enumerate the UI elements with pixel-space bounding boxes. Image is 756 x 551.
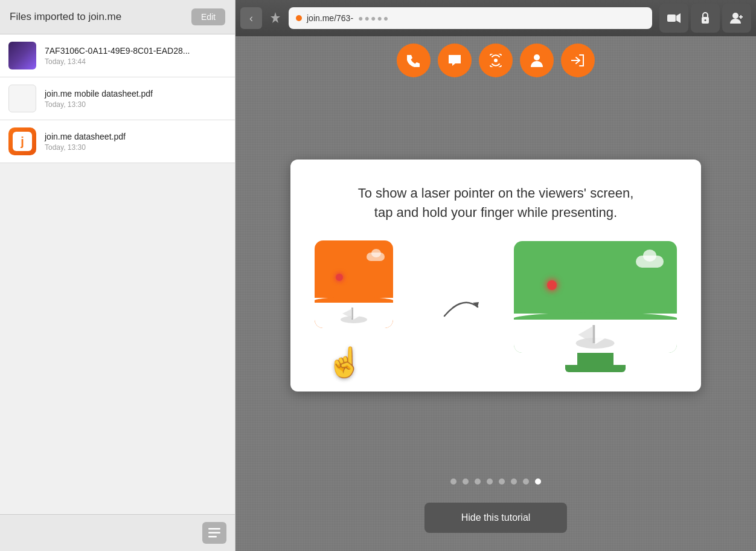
monitor-illustration	[514, 241, 677, 372]
phone-scene	[315, 240, 393, 328]
phone-wave	[315, 291, 393, 303]
left-footer	[0, 514, 235, 551]
monitor-frame	[514, 241, 677, 353]
file-info: 7AF3106C-0A11-49E9-8C01-EAD28... Today, …	[45, 46, 190, 66]
left-panel: Files imported to join.me Edit 7AF3106C-…	[0, 0, 235, 551]
file-date: Today, 13:30	[45, 143, 126, 152]
hand-pointer-icon: ☝	[327, 346, 363, 379]
main-content-area: To show a laser pointer on the viewers' …	[235, 82, 756, 469]
chat-icon	[448, 54, 461, 66]
monitor-base	[565, 365, 626, 372]
dot-5[interactable]	[499, 478, 505, 485]
person-icon	[531, 54, 543, 67]
laser-dot-phone	[336, 274, 343, 281]
phone-scene-container: ☝	[315, 240, 411, 373]
file-info: join.me datasheet.pdf Today, 13:30	[45, 132, 126, 152]
tutorial-title: To show a laser pointer on the viewers' …	[358, 184, 634, 222]
video-icon	[667, 13, 681, 23]
monitor-cloud	[636, 256, 664, 268]
video-button[interactable]	[659, 4, 688, 33]
pin-button[interactable]	[264, 7, 286, 29]
svg-rect-2	[208, 536, 217, 538]
monitor-boat	[570, 318, 621, 351]
edit-button[interactable]: Edit	[191, 8, 225, 25]
dot-4[interactable]	[487, 478, 493, 485]
dot-1[interactable]	[450, 478, 456, 485]
monitor-water	[514, 314, 677, 353]
svg-rect-19	[593, 325, 595, 343]
arrow-icon	[441, 292, 484, 322]
phone-button[interactable]	[397, 44, 431, 77]
svg-point-7	[732, 13, 738, 19]
file-name: join.me mobile datasheet.pdf	[45, 89, 153, 98]
phone-cloud	[367, 253, 385, 261]
monitor-laser-dot	[547, 280, 557, 290]
broadcast-button[interactable]	[479, 44, 513, 77]
url-bar: join.me/763- ●●●●●	[289, 7, 652, 29]
svg-rect-0	[208, 528, 220, 530]
add-person-button[interactable]	[722, 4, 751, 33]
phone-icon	[407, 54, 420, 67]
dot-8-active[interactable]	[535, 478, 541, 485]
pin-icon	[270, 12, 281, 24]
top-bar: ‹ join.me/763- ●●●●●	[235, 0, 756, 36]
lock-button[interactable]	[691, 4, 720, 33]
file-thumbnail	[8, 85, 36, 112]
right-panel: ‹ join.me/763- ●●●●●	[235, 0, 756, 551]
svg-rect-3	[667, 14, 676, 22]
phone-boat	[338, 301, 371, 326]
list-item[interactable]: join.me mobile datasheet.pdf Today, 13:3…	[0, 77, 235, 120]
tutorial-illustration: ☝	[315, 240, 677, 373]
svg-rect-1	[208, 532, 220, 534]
exit-icon	[571, 54, 585, 67]
exit-button[interactable]	[561, 44, 595, 77]
toolbar-row	[235, 36, 756, 82]
sort-button[interactable]	[202, 522, 226, 544]
file-date: Today, 13:30	[45, 100, 153, 109]
dot-2[interactable]	[463, 478, 469, 485]
sort-icon	[208, 528, 220, 538]
top-bar-actions	[659, 4, 751, 33]
back-button[interactable]: ‹	[240, 7, 262, 29]
svg-marker-4	[676, 13, 681, 23]
tutorial-card: To show a laser pointer on the viewers' …	[290, 160, 701, 392]
file-name: join.me datasheet.pdf	[45, 132, 126, 141]
file-info: join.me mobile datasheet.pdf Today, 13:3…	[45, 89, 153, 109]
monitor-stand	[577, 353, 613, 365]
person-button[interactable]	[520, 44, 554, 77]
left-header: Files imported to join.me Edit	[0, 0, 235, 34]
url-text: join.me/763-	[307, 13, 353, 23]
chat-button[interactable]	[438, 44, 472, 77]
add-person-icon	[730, 13, 743, 24]
broadcast-icon	[489, 54, 503, 67]
lock-icon	[700, 12, 710, 24]
file-thumbnail: j	[8, 127, 36, 155]
bottom-area: Hide this tutorial	[235, 491, 756, 551]
hide-tutorial-button[interactable]: Hide this tutorial	[424, 503, 567, 533]
file-date: Today, 13:44	[45, 57, 190, 66]
url-masked: ●●●●●	[358, 13, 389, 23]
file-name: 7AF3106C-0A11-49E9-8C01-EAD28...	[45, 46, 190, 56]
svg-point-11	[534, 54, 540, 60]
svg-point-10	[494, 59, 498, 62]
phone-water	[315, 298, 393, 328]
file-thumbnail	[8, 42, 36, 69]
dot-3[interactable]	[475, 478, 481, 485]
svg-point-6	[705, 19, 706, 21]
panel-title: Files imported to join.me	[10, 11, 121, 23]
pagination-dots	[235, 469, 756, 491]
dot-7[interactable]	[523, 478, 529, 485]
url-status-dot	[296, 15, 302, 21]
dot-6[interactable]	[511, 478, 517, 485]
list-item[interactable]: j join.me datasheet.pdf Today, 13:30	[0, 120, 235, 163]
list-item[interactable]: 7AF3106C-0A11-49E9-8C01-EAD28... Today, …	[0, 34, 235, 77]
